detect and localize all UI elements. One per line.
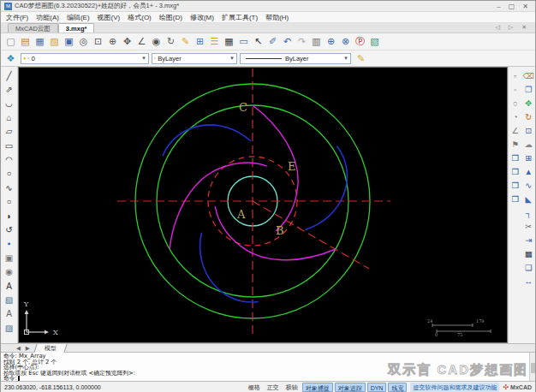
zoom-window-icon[interactable]: ⊡	[91, 35, 105, 49]
menu-item[interactable]: 文件(F)	[6, 13, 28, 22]
measure-angle-icon[interactable]: ∠	[134, 35, 149, 49]
draw-ellipse-icon[interactable]: ○	[2, 195, 17, 209]
draw-text-icon[interactable]: A	[2, 279, 17, 293]
rotate-view-icon[interactable]: ↻	[164, 35, 178, 49]
stretch-icon[interactable]: ↔	[522, 274, 535, 288]
copy-icon[interactable]: ❐	[522, 82, 535, 96]
linetype-list-icon[interactable]: ☰	[207, 35, 222, 49]
save-as-icon[interactable]: ▣	[62, 35, 76, 49]
draw-line-icon[interactable]: ╱	[2, 68, 17, 82]
layer-manager-icon[interactable]: ⊞	[193, 35, 207, 49]
tab-mxcad-cloud[interactable]: MxCAD云图	[8, 23, 58, 33]
draw-rectangle-icon[interactable]: ▭	[2, 139, 17, 152]
osnap-center-icon[interactable]: ○	[509, 96, 521, 110]
draw-polyline-icon[interactable]: ▱	[2, 125, 17, 139]
offset-icon[interactable]: ☁	[522, 137, 535, 151]
select-cursor-icon[interactable]: ↖	[251, 35, 265, 49]
menu-item[interactable]: 编辑(E)	[67, 13, 90, 22]
fillet-icon[interactable]: ┐	[522, 205, 535, 219]
display-settings-icon[interactable]: ▭	[236, 35, 251, 49]
insert-image-icon[interactable]: ▧	[2, 293, 17, 306]
clip-icon[interactable]: ❏	[522, 260, 535, 274]
menu-item[interactable]: 扩展工具(T)	[222, 13, 258, 22]
tab-model[interactable]: 模型	[33, 344, 67, 353]
zoom-center-icon[interactable]: ◉	[149, 35, 164, 49]
osnap-flag-icon[interactable]: ⚑	[509, 137, 521, 151]
zoom-extents-icon[interactable]: ⊕	[105, 35, 120, 49]
open-drawing-icon[interactable]: ▤	[18, 35, 33, 49]
table-style-icon[interactable]: ▦	[222, 35, 236, 49]
open-folder-icon[interactable]: ▨	[47, 35, 62, 49]
insert-block-icon[interactable]: ▣	[2, 251, 17, 264]
print-icon[interactable]: ▥	[309, 35, 324, 49]
command-window[interactable]: 命令: Mx_Array找到 2 个, 总计 2 个选择(中心点):拾取或按 E…	[1, 353, 535, 382]
publish-web-icon[interactable]: ⊕	[324, 35, 338, 49]
tab-current-drawing[interactable]: 3.mxg*	[58, 23, 95, 33]
block-tool-2-icon[interactable]: ❒	[509, 164, 521, 178]
spline-edit-icon[interactable]: ∿	[522, 178, 535, 192]
status-toggle-polar[interactable]: 极轴	[283, 383, 301, 392]
define-block-icon[interactable]: ◉	[2, 264, 17, 278]
erase-icon[interactable]: ⌫	[522, 68, 535, 82]
move-icon[interactable]: ✥	[522, 96, 535, 110]
osnap-angle-icon[interactable]: ∠	[509, 123, 521, 137]
draw-revcloud-icon[interactable]: ↺	[2, 223, 17, 236]
pan-icon[interactable]: ✥	[120, 35, 134, 49]
undo-icon[interactable]: ↶	[280, 35, 295, 49]
menu-item[interactable]: 绘图(D)	[159, 13, 182, 22]
osnap-midpoint-icon[interactable]: ◦	[509, 82, 521, 96]
block-tool-4-icon[interactable]: ❒	[509, 192, 521, 205]
draw-polygon-icon[interactable]: ⌂	[2, 110, 17, 124]
maximize-button[interactable]: ▢	[509, 3, 515, 10]
menu-item[interactable]: 功能(A)	[36, 13, 59, 22]
export-image-icon[interactable]: ▧	[367, 35, 382, 49]
export-pdf-icon[interactable]: Ⓟ	[353, 35, 367, 49]
save-icon[interactable]: ▦	[33, 35, 47, 49]
redo-icon[interactable]: ↷	[295, 35, 309, 49]
draw-arc-icon[interactable]: ◡	[2, 97, 17, 110]
linetype-select[interactable]: ByLayer ▼	[240, 53, 351, 64]
drawing-canvas[interactable]: ABCE24179075YX	[18, 67, 508, 343]
menu-item[interactable]: 帮助(H)	[265, 13, 289, 22]
block-tool-1-icon[interactable]: ❒	[509, 151, 521, 164]
chamfer-icon[interactable]: ◣	[522, 192, 535, 205]
array-icon[interactable]: ⊞	[522, 151, 535, 164]
edit-pencil-icon[interactable]: ✎	[354, 51, 368, 65]
scale-icon[interactable]: ⊡	[522, 123, 535, 137]
draw-hatch-icon[interactable]: ▨	[2, 321, 17, 335]
draw-circle-icon[interactable]: ○	[2, 167, 17, 181]
draw-mtext-icon[interactable]: A	[2, 307, 17, 321]
explode-3d-icon[interactable]: ▦	[522, 246, 535, 260]
zoom-icon[interactable]: ◎	[76, 35, 91, 49]
status-toggle-osnap[interactable]: 对象捕捉	[302, 383, 333, 392]
export-save-icon[interactable]: ✐	[265, 35, 280, 49]
rotate-icon[interactable]: ↻	[522, 110, 535, 123]
draw-spline-icon[interactable]: ∿	[2, 181, 17, 194]
layers-stack-icon[interactable]: ❖	[3, 51, 18, 65]
status-toggle-lineweight[interactable]: 线宽	[388, 383, 407, 392]
tab-scroll-controls[interactable]: ◁ ▷ ✕	[495, 24, 530, 31]
extend-icon[interactable]: ⇥	[522, 233, 535, 246]
status-toggle-dyn[interactable]: DYN	[367, 383, 387, 392]
draw-arc-3p-icon[interactable]: ◠	[2, 152, 17, 166]
draw-ellipse-arc-icon[interactable]: ◗	[2, 209, 17, 223]
publish-cloud-icon[interactable]: ⊗	[338, 35, 353, 49]
feedback-link[interactable]: 提交软件问题和需求及建议功能	[410, 383, 499, 392]
minimize-button[interactable]: –	[497, 3, 500, 10]
trim-icon[interactable]: ✂	[522, 219, 535, 233]
status-toggle-ortho[interactable]: 正交	[265, 383, 282, 392]
status-toggle-grid[interactable]: 栅格	[246, 383, 263, 392]
draw-edit-pencil-icon[interactable]: ✎	[178, 35, 193, 49]
block-tool-3-icon[interactable]: ❒	[509, 178, 521, 192]
menu-item[interactable]: 格式(O)	[128, 13, 152, 22]
layer-select[interactable]: ●▫ 0 ▼	[21, 53, 149, 64]
menu-item[interactable]: 视图(V)	[98, 13, 121, 22]
command-scrollbar[interactable]	[529, 353, 535, 381]
layout-nav-arrows[interactable]: ◀ ▶	[16, 345, 32, 352]
draw-construction-line-icon[interactable]: ⇗	[2, 82, 17, 96]
osnap-quadrant-icon[interactable]: ◔	[509, 110, 521, 123]
menu-item[interactable]: 修改(M)	[190, 13, 214, 22]
osnap-endpoint-icon[interactable]: ▫	[509, 68, 521, 82]
new-file-icon[interactable]: ▢	[3, 35, 18, 49]
status-toggle-otrack[interactable]: 对象追踪	[335, 383, 366, 392]
